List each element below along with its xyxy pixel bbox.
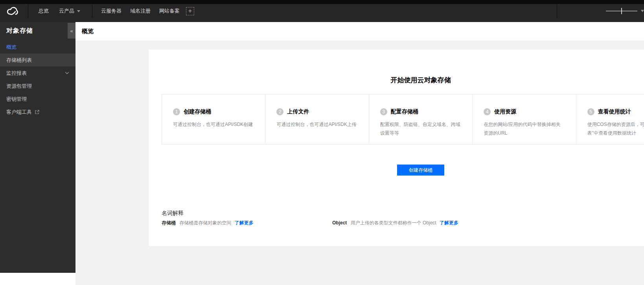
chevron-down-icon [77,10,80,12]
step-description: 在您的网站/应用的代码中替换掉相关资源的URL [484,120,564,137]
nav-cloud-products[interactable]: 云产品 [59,7,80,15]
navbar-divider [28,4,28,18]
sidebar-item-key-management[interactable]: 密钥管理 [0,93,75,105]
step-description: 配置权限、防盗链、自定义域名、跨域设置等等 [380,120,460,137]
sidebar-item-monitor-reports[interactable]: 监控报表 [0,67,75,80]
page-header: 概览 [75,22,644,41]
sidebar-item-label: 存储桶列表 [6,54,32,67]
sidebar-collapse-button[interactable]: « [68,23,75,39]
step-number-badge: 3 [380,108,387,115]
learn-more-link[interactable]: 了解更多 [235,220,254,226]
account-menu[interactable] [606,7,644,15]
step-title: 上传文件 [287,108,309,115]
sidebar-item-label: 概览 [6,41,17,54]
learn-more-link[interactable]: 了解更多 [440,220,458,226]
step-number-badge: 1 [173,108,180,115]
add-shortcut-button[interactable]: + [186,7,194,15]
step-title: 创建存储桶 [184,108,211,115]
step-title: 查看使用统计 [598,108,631,115]
sidebar-item-resource-packs[interactable]: 资源包管理 [0,80,75,93]
step-title: 使用资源 [494,108,516,115]
content-area: 开始使用云对象存储 1 创建存储桶 可通过控制台，也可通过API/SDK创建 2… [75,41,644,285]
sidebar-item-label: 密钥管理 [6,93,27,105]
nav-overview[interactable]: 总览 [39,7,49,15]
sidebar-header: 对象存储 « [0,22,75,41]
page-title: 概览 [82,28,94,35]
sidebar: 对象存储 « 概览 存储桶列表 监控报表 资源包管理 密钥管理 客户端工具 [0,22,75,273]
sidebar-item-label: 监控报表 [6,67,27,80]
step-description: 使用COS存储的资源后，可到"监控报表"中查看使用数据统计 [587,120,644,137]
step-number-badge: 5 [587,108,594,115]
glossary-desc: 用户上传的各类型文件都称作一个 Object [351,220,436,226]
getting-started-card: 开始使用云对象存储 1 创建存储桶 可通过控制台，也可通过API/SDK创建 2… [149,50,644,246]
glossary-item-object: Object 用户上传的各类型文件都称作一个 Object 了解更多 [332,220,458,226]
account-placeholder-icon [606,7,637,15]
nav-shortcut-icp[interactable]: 网站备案 [159,7,180,15]
glossary-title: 名词解释 [162,210,184,217]
chevron-down-icon [65,72,69,74]
navbar-divider [92,4,92,18]
sidebar-item-overview[interactable]: 概览 [0,41,75,54]
sidebar-item-bucket-list[interactable]: 存储桶列表 [0,54,75,67]
sidebar-item-label: 客户端工具 [6,105,32,118]
nav-cloud-products-label: 云产品 [59,7,74,15]
glossary-term: Object [332,220,347,226]
external-link-icon [35,110,39,114]
step-title: 配置存储桶 [391,108,418,115]
sidebar-item-client-tools[interactable]: 客户端工具 [0,105,75,118]
nav-shortcut-cvm[interactable]: 云服务器 [101,7,121,15]
top-navbar: 总览 云产品 云服务器 域名注册 网站备案 + [0,0,644,22]
step-create-bucket: 1 创建存储桶 可通过控制台，也可通过API/SDK创建 [162,94,265,144]
glossary-desc: 存储桶是存储对象的空间 [179,220,231,226]
step-description: 可通过控制台，也可通过API/SDK上传 [276,120,357,129]
sidebar-product-title: 对象存储 [6,27,33,34]
step-description: 可通过控制台，也可通过API/SDK创建 [173,120,253,129]
step-upload-file: 2 上传文件 可通过控制台，也可通过API/SDK上传 [265,94,368,144]
chevron-down-icon [641,10,644,12]
step-number-badge: 4 [484,108,491,115]
glossary-row: 存储桶 存储桶是存储对象的空间 了解更多 Object 用户上传的各类型文件都称… [162,220,644,226]
steps-panel: 1 创建存储桶 可通过控制台，也可通过API/SDK创建 2 上传文件 可通过控… [162,94,644,144]
sidebar-item-label: 资源包管理 [6,80,32,93]
nav-shortcut-domain[interactable]: 域名注册 [130,7,151,15]
glossary-item-bucket: 存储桶 存储桶是存储对象的空间 了解更多 [162,220,332,226]
tencent-cloud-logo-icon[interactable] [6,6,18,17]
card-title: 开始使用云对象存储 [149,76,644,85]
navbar-divider [557,4,557,18]
step-view-statistics: 5 查看使用统计 使用COS存储的资源后，可到"监控报表"中查看使用数据统计 [576,94,644,144]
create-bucket-button[interactable]: 创建存储桶 [397,165,444,176]
step-use-resources: 4 使用资源 在您的网站/应用的代码中替换掉相关资源的URL [472,94,576,144]
step-number-badge: 2 [276,108,283,115]
glossary-term: 存储桶 [162,220,176,226]
step-configure-bucket: 3 配置存储桶 配置权限、防盗链、自定义域名、跨域设置等等 [369,94,472,144]
